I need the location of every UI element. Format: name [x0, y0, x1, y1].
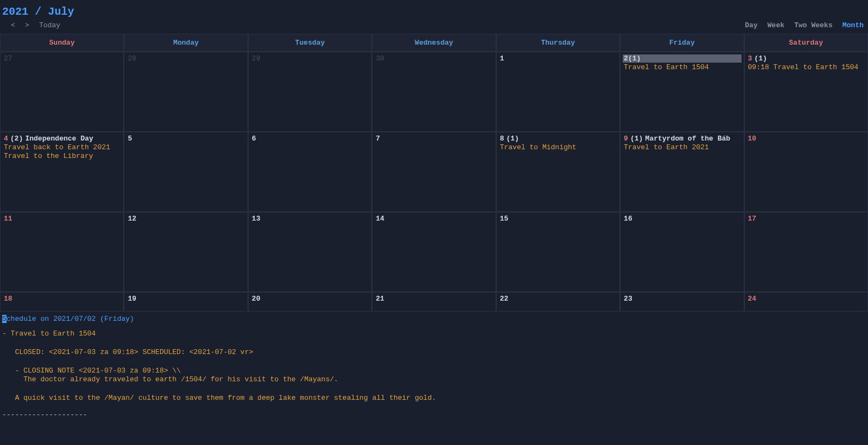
tab-two-weeks[interactable]: Two Weeks: [794, 21, 833, 29]
event-count: (1): [628, 54, 641, 63]
day-number: 11: [4, 215, 13, 223]
weekday-header-cell: Wednesday: [372, 34, 496, 52]
event-count: (2): [10, 135, 23, 143]
day-number: 29: [252, 54, 261, 63]
day-number: 13: [252, 215, 261, 223]
calendar-day-cell[interactable]: 5: [124, 132, 248, 212]
weekday-header-cell: Sunday: [0, 34, 124, 52]
prev-button[interactable]: <: [11, 21, 15, 29]
day-number: 24: [748, 295, 757, 303]
day-number: 8: [500, 135, 504, 143]
weekday-header-cell: Monday: [124, 34, 248, 52]
today-button[interactable]: Today: [39, 21, 61, 29]
holiday-label: Independence Day: [25, 135, 93, 143]
calendar-day-cell[interactable]: 24: [744, 292, 868, 312]
calendar-event[interactable]: 09:18 Travel to Earth 1504: [748, 63, 864, 71]
tab-week[interactable]: Week: [768, 21, 785, 29]
calendar-day-cell[interactable]: 16: [620, 212, 744, 292]
calendar-day-cell[interactable]: 6: [248, 132, 372, 212]
day-number: 19: [128, 295, 136, 303]
calendar-day-cell[interactable]: 22: [496, 292, 620, 312]
day-number: 18: [4, 295, 13, 303]
day-number: 9: [624, 135, 628, 143]
calendar-week-row: 4(2)Independence DayTravel back to Earth…: [0, 132, 868, 212]
day-number: 6: [252, 135, 256, 143]
detail-body: - Travel to Earth 1504 CLOSED: <2021-07-…: [2, 330, 866, 403]
calendar-week-row: 11121314151617: [0, 212, 868, 292]
day-number: 16: [624, 215, 632, 223]
calendar-event[interactable]: Travel to the Library: [4, 152, 120, 160]
tab-day[interactable]: Day: [745, 21, 757, 29]
day-number: 28: [128, 54, 136, 63]
calendar-event[interactable]: Travel to Earth 1504: [624, 63, 740, 71]
day-number: 21: [376, 295, 384, 303]
day-number: 17: [748, 215, 757, 223]
calendar-day-cell[interactable]: 13: [248, 212, 372, 292]
day-number: 22: [500, 295, 509, 303]
calendar-day-cell[interactable]: 21: [372, 292, 496, 312]
weekday-header-cell: Friday: [620, 34, 744, 52]
detail-header: Schedule on 2021/07/02 (Friday): [2, 315, 866, 323]
event-count: (1): [630, 135, 643, 143]
holiday-label: Martyrdom of the Báb: [645, 135, 730, 143]
detail-panel: Schedule on 2021/07/02 (Friday) - Travel…: [0, 312, 868, 422]
day-number: 7: [376, 135, 380, 143]
weekday-header-cell: Saturday: [744, 34, 868, 52]
calendar-day-cell[interactable]: 27: [0, 52, 124, 132]
page-title: 2021 / July: [0, 0, 868, 19]
calendar-event[interactable]: Travel back to Earth 2021: [4, 143, 120, 151]
calendar-day-cell[interactable]: 23: [620, 292, 744, 312]
calendar-day-cell[interactable]: 2(1)Travel to Earth 1504: [620, 52, 744, 132]
tab-month[interactable]: Month: [842, 21, 864, 29]
calendar-event[interactable]: Travel to Midnight: [500, 143, 616, 151]
calendar-day-cell[interactable]: 8(1)Travel to Midnight: [496, 132, 620, 212]
weekday-header-cell: Tuesday: [248, 34, 372, 52]
calendar-day-cell[interactable]: 3(1)09:18 Travel to Earth 1504: [744, 52, 868, 132]
calendar-day-cell[interactable]: 12: [124, 212, 248, 292]
calendar-day-cell[interactable]: 30: [372, 52, 496, 132]
day-number: 4: [4, 135, 8, 143]
day-number: 3: [748, 54, 752, 63]
day-number: 30: [376, 54, 384, 63]
calendar-day-cell[interactable]: 10: [744, 132, 868, 212]
day-number: 10: [748, 135, 757, 143]
calendar-day-cell[interactable]: 29: [248, 52, 372, 132]
calendar-day-cell[interactable]: 9(1)Martyrdom of the BábTravel to Earth …: [620, 132, 744, 212]
day-number: 1: [500, 54, 504, 63]
detail-separator: --------------------: [2, 411, 866, 419]
calendar-week-row: 18192021222324: [0, 292, 868, 312]
day-number: 14: [376, 215, 384, 223]
calendar-day-cell[interactable]: 7: [372, 132, 496, 212]
view-tabs: Day Week Two Weeks Month: [745, 21, 864, 29]
day-number: 23: [624, 295, 632, 303]
next-button[interactable]: >: [25, 21, 29, 29]
calendar-day-cell[interactable]: 17: [744, 212, 868, 292]
calendar-day-cell[interactable]: 1: [496, 52, 620, 132]
calendar-day-cell[interactable]: 15: [496, 212, 620, 292]
weekday-header-cell: Thursday: [496, 34, 620, 52]
day-number: 20: [252, 295, 261, 303]
day-number: 5: [128, 135, 132, 143]
day-number: 12: [128, 215, 136, 223]
event-count: (1): [507, 135, 519, 143]
calendar-day-cell[interactable]: 20: [248, 292, 372, 312]
calendar-grid: SundayMondayTuesdayWednesdayThursdayFrid…: [0, 34, 868, 312]
calendar-day-cell[interactable]: 18: [0, 292, 124, 312]
day-number: 15: [500, 215, 509, 223]
calendar-event[interactable]: Travel to Earth 2021: [624, 143, 740, 151]
calendar-day-cell[interactable]: 19: [124, 292, 248, 312]
day-number: 27: [4, 54, 13, 63]
calendar-day-cell[interactable]: 11: [0, 212, 124, 292]
calendar-day-cell[interactable]: 28: [124, 52, 248, 132]
calendar-day-cell[interactable]: 14: [372, 212, 496, 292]
event-count: (1): [754, 54, 767, 63]
calendar-week-row: 2728293012(1)Travel to Earth 15043(1)09:…: [0, 52, 868, 132]
calendar-day-cell[interactable]: 4(2)Independence DayTravel back to Earth…: [0, 132, 124, 212]
day-number: 2: [624, 54, 628, 63]
nav-row: < > Today Day Week Two Weeks Month: [0, 19, 868, 34]
